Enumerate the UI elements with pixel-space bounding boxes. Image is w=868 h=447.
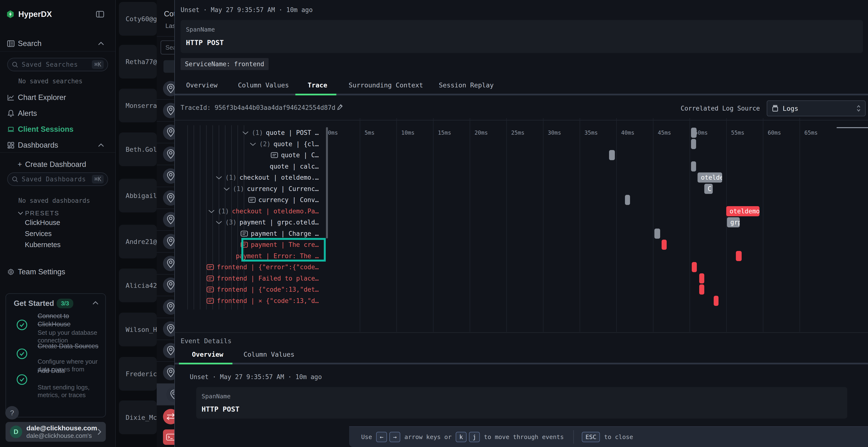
session-event-row[interactable]: [157, 318, 174, 340]
brand-name: HyperDX: [18, 10, 52, 19]
span-duration-bar[interactable]: [736, 251, 742, 261]
sidebar-item-team-settings[interactable]: Team Settings: [0, 265, 116, 279]
session-event-row[interactable]: [157, 362, 174, 384]
session-event-row[interactable]: [157, 100, 174, 122]
span-duration-bar[interactable]: [699, 284, 704, 295]
span-duration-bar[interactable]: [699, 273, 704, 283]
session-list-item[interactable]: Monserra: [119, 89, 157, 122]
session-name: Coty60@g: [126, 15, 157, 23]
trace-span-row[interactable]: frontend | ⨯ {"code":13,"d…: [207, 295, 319, 306]
span-duration-bar[interactable]: [654, 229, 660, 239]
expand-caret-icon[interactable]: [216, 220, 222, 225]
key-arrow-right: →: [390, 432, 400, 442]
sidebar-item-client-sessions[interactable]: Client Sessions: [0, 122, 116, 136]
presets-toggle[interactable]: PRESETS: [0, 206, 116, 220]
trace-span-row[interactable]: frontend | Failed to place…: [207, 273, 319, 284]
session-list-item[interactable]: Retha77@: [119, 45, 157, 78]
span-duration-bar[interactable]: [625, 195, 630, 205]
expand-caret-icon[interactable]: [208, 209, 215, 213]
span-duration-bar[interactable]: [609, 150, 615, 160]
chart-icon: [7, 94, 14, 101]
trace-span-row[interactable]: quote | calc…: [270, 161, 319, 172]
expand-caret-icon[interactable]: [223, 187, 230, 191]
session-search-input[interactable]: Sea: [161, 40, 174, 55]
session-list-item[interactable]: Wilson_H: [119, 313, 157, 346]
session-list-item[interactable]: Dixie_Mc: [119, 401, 157, 434]
span-duration-bar[interactable]: grp: [727, 217, 740, 227]
create-dashboard-button[interactable]: + Create Dashboard: [0, 158, 116, 171]
span-duration-bar[interactable]: oteldemo.: [726, 206, 760, 216]
timeline-gridline: [800, 118, 800, 332]
trace-span-row[interactable]: currency | Conv…: [248, 194, 319, 205]
expand-caret-icon[interactable]: [250, 142, 256, 146]
session-list-item[interactable]: Abbigail: [119, 179, 157, 212]
session-event-row[interactable]: [157, 427, 174, 447]
span-bar-label: grp: [727, 219, 740, 226]
session-list-item[interactable]: Alicia42: [119, 269, 157, 302]
trace-span-row[interactable]: quote | C…: [271, 149, 319, 161]
tab-column-values[interactable]: Column Values: [244, 351, 294, 358]
session-list-item[interactable]: Coty60@g: [119, 2, 157, 36]
trace-span-row[interactable]: frontend | {"code":13,"det…: [207, 284, 319, 295]
session-action-button[interactable]: [163, 60, 174, 73]
preset-item-clickhouse[interactable]: ClickHouse: [25, 219, 60, 227]
user-team: dale@clickhouse.com's: [27, 432, 97, 439]
sidebar-item-chart-explorer[interactable]: Chart Explorer: [0, 91, 116, 105]
sidebar-item-label: Search: [18, 39, 41, 48]
session-list-item[interactable]: Beth.Gol: [119, 133, 157, 166]
timeline-gridline: [360, 118, 360, 332]
help-button[interactable]: ?: [5, 406, 19, 419]
session-event-row[interactable]: [157, 122, 174, 143]
session-event-row-selected[interactable]: [157, 384, 174, 406]
tab-overview[interactable]: Overview: [192, 351, 223, 358]
span-duration-bar[interactable]: C: [704, 184, 713, 194]
span-duration-bar[interactable]: [661, 240, 667, 250]
session-event-row[interactable]: [157, 296, 174, 318]
trace-span-row[interactable]: (1)quote | POST …: [242, 127, 319, 138]
span-duration-bar[interactable]: [714, 296, 718, 306]
collapse-sidebar-icon[interactable]: [96, 10, 104, 18]
timeline-tick-label: 30ms: [548, 130, 561, 136]
trace-span-row[interactable]: payment | Charge …: [241, 228, 319, 239]
saved-searches-input[interactable]: Saved Searches ⌘K: [7, 58, 108, 71]
sidebar-item-alerts[interactable]: Alerts: [0, 106, 116, 121]
expand-caret-icon[interactable]: [242, 131, 249, 135]
span-row-label: quote | POST …: [266, 129, 319, 136]
trace-span-row[interactable]: (2)quote | {cl…: [250, 138, 319, 149]
chevron-up-icon[interactable]: [92, 301, 99, 305]
trace-span-row[interactable]: (1)currency | Currenc…: [223, 183, 319, 194]
sidebar-item-search[interactable]: Search: [0, 37, 116, 50]
session-event-row[interactable]: [157, 143, 174, 165]
saved-dashboards-input[interactable]: Saved Dashboards ⌘K: [7, 172, 108, 186]
sidebar-item-dashboards[interactable]: Dashboards: [0, 138, 116, 152]
span-duration-bar[interactable]: oteldemo.: [698, 172, 722, 182]
span-duration-bar[interactable]: [691, 161, 696, 171]
user-menu[interactable]: D dale@clickhouse.com dale@clickhouse.co…: [5, 422, 106, 442]
session-event-row[interactable]: [157, 187, 174, 209]
expand-caret-icon[interactable]: [216, 175, 222, 180]
location-pin-icon: [166, 387, 174, 402]
span-row-label: frontend | {"code":13,"det…: [217, 286, 319, 293]
span-child-count: (1): [233, 185, 244, 193]
tree-scrollbar[interactable]: [326, 127, 328, 238]
session-event-row[interactable]: [157, 274, 174, 296]
session-event-row[interactable]: [157, 340, 174, 362]
preset-item-kubernetes[interactable]: Kubernetes: [25, 241, 61, 249]
sidebar-item-label: Client Sessions: [18, 125, 73, 134]
session-event-row[interactable]: [157, 78, 174, 100]
session-list-item[interactable]: Andre21@: [119, 225, 157, 259]
session-event-row[interactable]: [157, 406, 174, 427]
span-duration-bar[interactable]: [691, 128, 696, 138]
session-event-row[interactable]: [157, 231, 174, 253]
session-event-row[interactable]: [157, 209, 174, 231]
trace-span-row[interactable]: (1)checkout | oteldemo.Pa…: [208, 206, 319, 217]
trace-span-row[interactable]: frontend | {"error":{"code…: [207, 262, 319, 273]
session-event-row[interactable]: [157, 253, 174, 275]
session-event-row[interactable]: [157, 165, 174, 187]
span-duration-bar[interactable]: [692, 262, 697, 272]
session-list-item[interactable]: Frederic: [119, 357, 157, 391]
span-duration-bar[interactable]: [691, 139, 696, 149]
trace-span-row[interactable]: (3)payment | grpc.oteld…: [216, 217, 319, 228]
preset-item-services[interactable]: Services: [25, 230, 52, 238]
trace-span-row[interactable]: (1)checkout | oteldemo.…: [216, 172, 319, 183]
